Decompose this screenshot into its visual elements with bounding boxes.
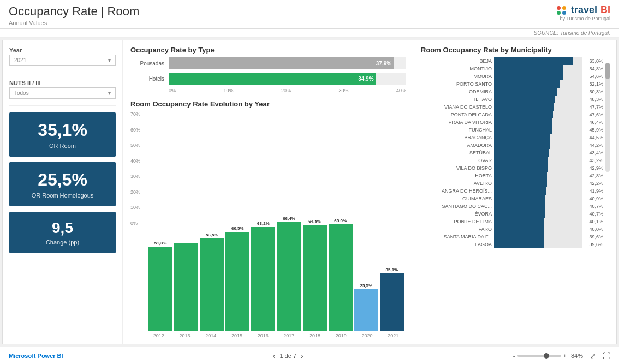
muni-row: VIANA DO CASTELO 47,7% <box>421 103 603 111</box>
evo-bar <box>354 289 378 331</box>
year-filter-label: Year <box>9 47 116 53</box>
logo-subtext: by Turismo de Portugal <box>560 16 610 21</box>
muni-bar-container <box>494 157 582 164</box>
muni-name: OVAR <box>421 158 492 163</box>
header: Occupancy Rate | Room Annual Values trav… <box>0 0 619 29</box>
scrollbar-track[interactable] <box>605 63 610 172</box>
year-dropdown[interactable]: 2021 ▾ <box>9 55 116 66</box>
evo-bar-value-label: 66,4% <box>283 216 295 221</box>
muni-bar-fill <box>494 57 573 65</box>
nuts-dropdown[interactable]: Todos ▾ <box>9 87 116 99</box>
type-bar-row: Pousadas 37,9% <box>130 57 406 69</box>
muni-value: 43,2% <box>584 158 603 163</box>
year-chevron: ▾ <box>108 57 111 63</box>
muni-value: 44,2% <box>584 142 603 148</box>
muni-bar-container <box>494 96 582 103</box>
muni-row: PONTE DE LIMA 40,1% <box>421 218 603 225</box>
evolution-chart-title: Room Occupancy Rate Evolution by Year <box>130 100 406 108</box>
evo-bar-value-label: 64,8% <box>308 219 321 224</box>
pagination-text: 1 de 7 <box>279 353 296 359</box>
muni-bar-fill <box>494 88 557 96</box>
evolution-x-labels: 2012201320142015201620172018201920202021 <box>146 333 406 338</box>
muni-row: MOURA 54,6% <box>421 73 603 80</box>
muni-value: 40,0% <box>584 226 603 232</box>
evo-bar-value-label: 25,5% <box>360 283 372 288</box>
muni-bar-container <box>494 73 582 80</box>
muni-row: ODEMIRA 50,3% <box>421 88 603 96</box>
muni-bar-fill <box>494 118 552 126</box>
muni-value: 46,4% <box>584 120 603 125</box>
evolution-y-labels: 70% 60% 50% 40% 30% 20% 10% 0% <box>130 111 146 226</box>
share-icon[interactable]: ⤢ <box>590 351 596 360</box>
muni-bar-container <box>494 141 582 149</box>
evolution-chart-area: 70% 60% 50% 40% 30% 20% 10% 0% 51,3%56,5… <box>130 111 406 338</box>
muni-row: ÍLHAVO 48,3% <box>421 96 603 103</box>
zoom-level: 84% <box>571 353 583 359</box>
evo-bar-group: 56,5% <box>200 111 224 331</box>
zoom-handle[interactable] <box>544 353 549 359</box>
page-subtitle: Annual Values <box>9 20 139 26</box>
logo-bi: BI <box>600 4 610 16</box>
nuts-value: Todos <box>14 90 29 96</box>
evo-bar-value-label: 51,3% <box>154 241 167 246</box>
scrollbar-thumb[interactable] <box>605 63 610 79</box>
muni-name: PONTA DELGADA <box>421 112 492 117</box>
muni-bar-container <box>494 218 582 225</box>
logo-brand: travelBI <box>557 4 610 16</box>
header-left: Occupancy Rate | Room Annual Values <box>9 4 139 26</box>
muni-bar-container <box>494 180 582 187</box>
page-title: Occupancy Rate | Room <box>9 4 139 19</box>
left-panel: Year 2021 ▾ NUTS II / III Todos ▾ 35,1% … <box>3 40 123 344</box>
muni-name: SETÚBAL <box>421 150 492 156</box>
nuts-filter-label: NUTS II / III <box>9 80 116 86</box>
zoom-minus[interactable]: - <box>513 353 515 359</box>
muni-bar-fill <box>494 241 544 248</box>
muni-row: SANTA MARIA DA F... 39,6% <box>421 233 603 241</box>
muni-value: 40,9% <box>584 196 603 201</box>
bar-container: 37,9% <box>169 57 406 69</box>
muni-row: PONTA DELGADA 47,6% <box>421 111 603 118</box>
kpi-homologous-value: 25,5% <box>15 170 110 190</box>
divider-2 <box>9 105 116 106</box>
muni-value: 52,1% <box>584 81 603 87</box>
evo-x-label: 2019 <box>328 333 354 338</box>
evo-x-label: 2014 <box>198 333 224 338</box>
muni-bar-fill <box>494 80 560 88</box>
nav-next-button[interactable]: › <box>301 351 303 360</box>
powerbi-brand[interactable]: Microsoft Power BI <box>9 353 63 359</box>
muni-row: SETÚBAL 43,4% <box>421 149 603 157</box>
muni-bar-fill <box>494 187 546 195</box>
muni-bar-container <box>494 225 582 233</box>
evo-x-label: 2012 <box>146 333 172 338</box>
evo-x-label: 2017 <box>276 333 302 338</box>
muni-name: ODEMIRA <box>421 89 492 94</box>
muni-value: 44,5% <box>584 135 603 140</box>
nuts-chevron: ▾ <box>108 90 111 96</box>
muni-value: 39,6% <box>584 242 603 247</box>
fullscreen-icon[interactable]: ⛶ <box>603 351 610 360</box>
muni-value: 40,1% <box>584 219 603 224</box>
muni-row: BRAGANÇA 44,5% <box>421 134 603 141</box>
muni-bar-fill <box>494 134 550 141</box>
muni-value: 45,9% <box>584 127 603 133</box>
muni-bar-container <box>494 202 582 210</box>
type-chart: Occupancy Rate by Type Pousadas 37,9% Ho… <box>130 46 406 93</box>
muni-bar-container <box>494 164 582 172</box>
muni-value: 42,2% <box>584 181 603 186</box>
muni-row: ANGRA DO HEROÍS... 41,9% <box>421 187 603 195</box>
muni-value: 47,6% <box>584 112 603 117</box>
type-chart-bars: Pousadas 37,9% Hotels 34,9% <box>130 57 406 85</box>
bar-label: Hotels <box>130 76 169 82</box>
muni-bar-container <box>494 187 582 195</box>
zoom-plus[interactable]: + <box>563 353 567 359</box>
muni-bar-fill <box>494 218 544 225</box>
zoom-slider[interactable] <box>517 355 561 357</box>
muni-bar-fill <box>494 172 547 180</box>
bar-container: 34,9% <box>169 73 406 85</box>
muni-row: MONTIJO 54,8% <box>421 65 603 73</box>
logo-dot-3 <box>557 11 561 15</box>
muni-row: AMADORA 44,2% <box>421 141 603 149</box>
evo-bar-group: 35,1% <box>380 111 404 331</box>
muni-name: PONTE DE LIMA <box>421 219 492 224</box>
nav-prev-button[interactable]: ‹ <box>273 351 276 360</box>
